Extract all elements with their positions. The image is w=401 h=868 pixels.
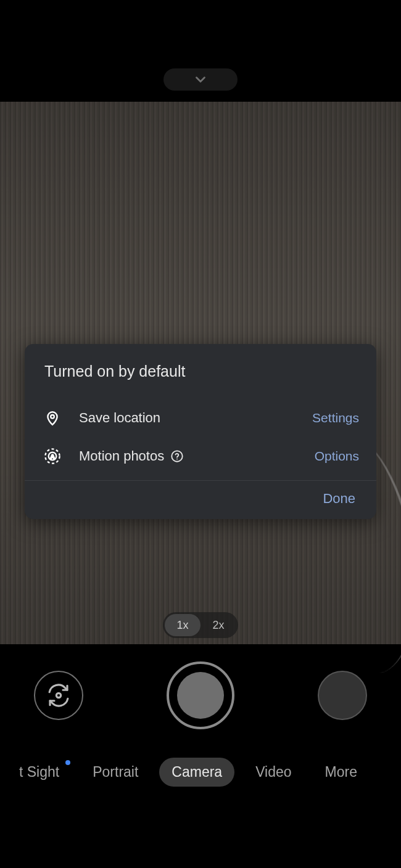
mode-night-sight[interactable]: t Sight [7, 758, 72, 787]
expand-settings-handle[interactable] [163, 68, 238, 91]
shutter-button[interactable] [167, 661, 234, 729]
options-link[interactable]: Options [315, 449, 359, 464]
help-icon[interactable] [170, 449, 184, 463]
mode-portrait[interactable]: Portrait [80, 758, 151, 787]
row-save-location: Save location Settings [42, 399, 359, 437]
mode-video[interactable]: Video [243, 758, 304, 787]
mode-selector[interactable]: t Sight Portrait Camera Video More [0, 753, 401, 790]
row-label: Motion photos [63, 448, 315, 464]
mode-more[interactable]: More [313, 758, 370, 787]
row-label: Save location [63, 410, 312, 426]
zoom-switch: 1x 2x [163, 612, 238, 638]
svg-point-0 [51, 415, 54, 419]
row-motion-photos: A Motion photos Options [42, 437, 359, 475]
svg-text:A: A [50, 453, 54, 460]
mode-label: t Sight [19, 764, 59, 780]
new-indicator-dot [65, 760, 70, 765]
location-pin-icon [42, 409, 63, 427]
motion-photos-icon: A [42, 448, 63, 465]
chevron-down-icon [192, 72, 209, 88]
settings-link[interactable]: Settings [312, 411, 359, 425]
zoom-1x-button[interactable]: 1x [165, 614, 200, 636]
motion-label-text: Motion photos [79, 448, 164, 464]
svg-point-5 [176, 459, 178, 460]
zoom-2x-button[interactable]: 2x [200, 614, 236, 636]
top-bar [0, 0, 401, 102]
done-button[interactable]: Done [323, 491, 355, 507]
shutter-inner [177, 672, 224, 719]
defaults-dialog: Turned on by default Save location Setti… [25, 344, 376, 519]
last-photo-preview[interactable] [318, 671, 367, 720]
dialog-title: Turned on by default [42, 362, 359, 380]
switch-camera-button[interactable] [34, 671, 83, 720]
mode-camera[interactable]: Camera [159, 758, 234, 787]
capture-controls [0, 658, 401, 732]
svg-point-6 [56, 693, 60, 697]
switch-camera-icon [46, 682, 72, 708]
